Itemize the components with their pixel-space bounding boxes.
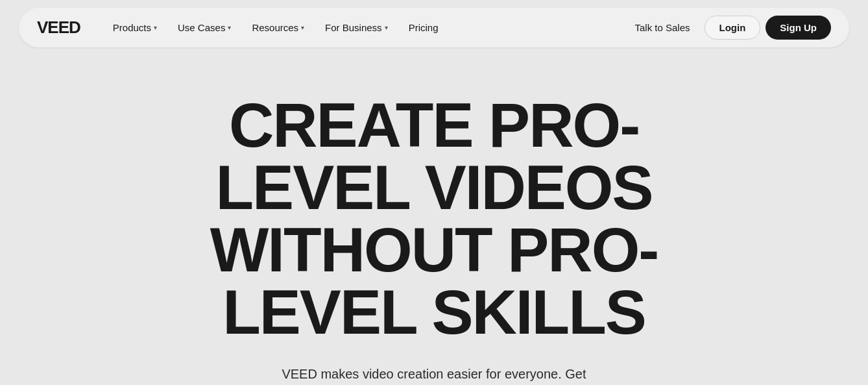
hero-subtext: VEED makes video creation easier for eve…	[278, 364, 590, 385]
nav-item-pricing[interactable]: Pricing	[400, 17, 448, 38]
nav-resources-label: Resources	[252, 22, 298, 33]
nav-item-for-business[interactable]: For Business ▾	[316, 17, 397, 38]
talk-to-sales-link[interactable]: Talk to Sales	[625, 17, 699, 38]
logo[interactable]: VEED	[37, 18, 80, 38]
chevron-down-icon: ▾	[301, 24, 304, 31]
nav-item-products[interactable]: Products ▾	[104, 17, 166, 38]
nav-item-use-cases[interactable]: Use Cases ▾	[169, 17, 240, 38]
hero-section: CREATE PRO-LEVEL VIDEOS WITHOUT PRO-LEVE…	[0, 55, 868, 385]
nav-right: Talk to Sales Login Sign Up	[625, 16, 831, 40]
nav-use-cases-label: Use Cases	[178, 22, 225, 33]
nav-links: Products ▾ Use Cases ▾ Resources ▾ For B…	[104, 17, 626, 38]
nav-products-label: Products	[113, 22, 151, 33]
hero-headline: CREATE PRO-LEVEL VIDEOS WITHOUT PRO-LEVE…	[142, 94, 726, 343]
chevron-down-icon: ▾	[385, 24, 388, 31]
nav-pricing-label: Pricing	[409, 22, 439, 33]
nav-wrapper: VEED Products ▾ Use Cases ▾ Resources ▾ …	[0, 0, 868, 55]
navbar: VEED Products ▾ Use Cases ▾ Resources ▾ …	[19, 8, 849, 47]
nav-item-resources[interactable]: Resources ▾	[243, 17, 313, 38]
signup-button[interactable]: Sign Up	[766, 16, 831, 40]
chevron-down-icon: ▾	[228, 24, 231, 31]
chevron-down-icon: ▾	[154, 24, 157, 31]
login-button[interactable]: Login	[705, 16, 761, 40]
nav-for-business-label: For Business	[325, 22, 382, 33]
